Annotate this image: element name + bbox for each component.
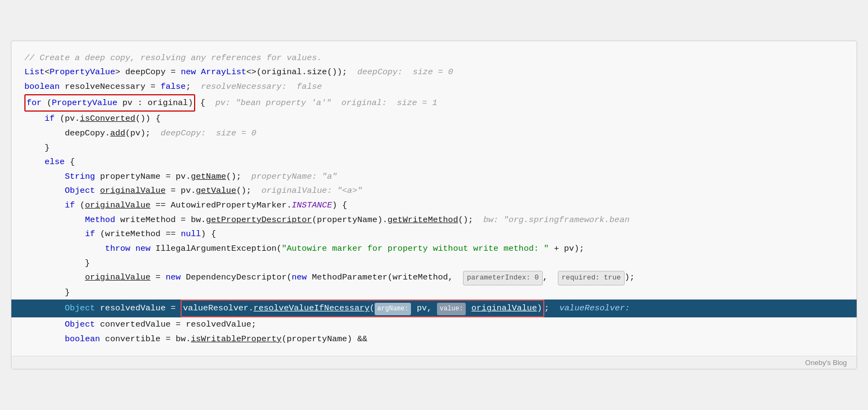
inline-comment: valueResolver: bbox=[560, 301, 630, 316]
code-line: Object originalValue = pv.getValue(); or… bbox=[24, 184, 844, 198]
code-text: } bbox=[24, 256, 90, 271]
comment: // Create a deep copy, resolving any ref… bbox=[24, 51, 322, 66]
code-text: deepCopy.add(pv); bbox=[24, 126, 160, 141]
code-line: Object convertedValue = resolvedValue; bbox=[24, 317, 844, 332]
code-body: // Create a deep copy, resolving any ref… bbox=[11, 41, 857, 356]
highlighted-code-line: Object resolvedValue = valueResolver.res… bbox=[11, 300, 857, 317]
code-line: originalValue = new DependencyDescriptor… bbox=[24, 270, 844, 285]
code-text: boolean resolveNecessary = false; bbox=[24, 80, 201, 94]
code-text: valueResolver.resolveValueIfNecessary( bbox=[183, 303, 374, 313]
code-line: if (writeMethod == null) { bbox=[24, 227, 844, 242]
code-text: originalValue = new DependencyDescriptor… bbox=[24, 270, 463, 285]
tooltip-parameterIndex: parameterIndex: 0 bbox=[463, 271, 543, 285]
code-line: boolean resolveNecessary = false; resolv… bbox=[24, 80, 844, 94]
brand-label: Oneby's Blog bbox=[805, 359, 847, 367]
code-line: else { bbox=[24, 155, 844, 170]
inline-comment: originalValue: "<a>" bbox=[261, 184, 362, 198]
code-line: } bbox=[24, 256, 844, 271]
inline-comment: pv: "bean property 'a'" original: size =… bbox=[215, 96, 437, 110]
code-text: originalValue) bbox=[466, 303, 542, 313]
code-line: if (originalValue == AutowiredPropertyMa… bbox=[24, 198, 844, 213]
inline-comment: resolveNecessary: false bbox=[201, 80, 322, 94]
inline-comment: deepCopy: size = 0 bbox=[160, 126, 256, 141]
arg-badge-value: value: bbox=[437, 303, 466, 315]
code-line: if (pv.isConverted()) { bbox=[24, 112, 844, 126]
code-line: throw new IllegalArgumentException("Auto… bbox=[24, 242, 844, 256]
code-text: Object convertedValue = resolvedValue; bbox=[24, 317, 256, 332]
code-text: , bbox=[543, 270, 558, 285]
code-text: if (pv.isConverted()) { bbox=[24, 112, 160, 126]
code-text: Object resolvedValue = bbox=[24, 301, 181, 316]
code-text: } bbox=[24, 285, 70, 300]
code-line: Method writeMethod = bw.getPropertyDescr… bbox=[24, 213, 844, 227]
code-text: ; bbox=[544, 301, 560, 316]
code-line: } bbox=[24, 285, 844, 300]
code-line: boolean convertible = bw.isWritablePrope… bbox=[24, 332, 844, 347]
code-line: // Create a deep copy, resolving any ref… bbox=[24, 51, 844, 66]
footer-bar: Oneby's Blog bbox=[11, 356, 857, 369]
code-text: if (writeMethod == null) { bbox=[24, 227, 216, 242]
inline-comment: propertyName: "a" bbox=[252, 170, 337, 184]
tooltip-required: required: true bbox=[558, 271, 625, 285]
code-text: } bbox=[24, 141, 50, 155]
code-text: Object originalValue = pv.getValue(); bbox=[24, 184, 261, 198]
code-text: throw new IllegalArgumentException("Auto… bbox=[24, 242, 584, 256]
code-text: pv, bbox=[412, 303, 437, 313]
code-text: else { bbox=[24, 155, 75, 170]
code-text: List<PropertyValue> deepCopy = new Array… bbox=[24, 65, 357, 80]
inline-comment: bw: "org.springframework.bean bbox=[484, 213, 630, 227]
code-line: List<PropertyValue> deepCopy = new Array… bbox=[24, 65, 844, 80]
code-text: ); bbox=[625, 270, 635, 285]
code-text: if (originalValue == AutowiredPropertyMa… bbox=[24, 198, 347, 213]
code-line: String propertyName = pv.getName(); prop… bbox=[24, 170, 844, 184]
method-call-highlight: valueResolver.resolveValueIfNecessary(ar… bbox=[181, 300, 544, 317]
code-text: String propertyName = pv.getName(); bbox=[24, 170, 252, 184]
for-loop-highlight: for (PropertyValue pv : original) bbox=[24, 94, 195, 112]
inline-comment: deepCopy: size = 0 bbox=[357, 65, 453, 80]
code-text: Method writeMethod = bw.getPropertyDescr… bbox=[24, 213, 484, 227]
code-line: for (PropertyValue pv : original) { pv: … bbox=[24, 94, 844, 112]
code-window: // Create a deep copy, resolving any ref… bbox=[11, 41, 857, 370]
code-line: deepCopy.add(pv); deepCopy: size = 0 bbox=[24, 126, 844, 141]
code-line: } bbox=[24, 141, 844, 155]
code-text: boolean convertible = bw.isWritablePrope… bbox=[24, 332, 368, 347]
code-text: { bbox=[195, 96, 215, 110]
arg-badge-argname: argName: bbox=[375, 303, 412, 315]
